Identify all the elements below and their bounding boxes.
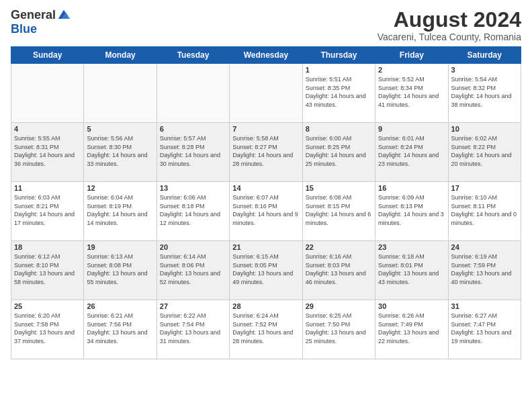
calendar-cell — [11, 64, 84, 123]
calendar-cell: 29Sunrise: 6:25 AM Sunset: 7:50 PM Dayli… — [302, 300, 375, 359]
cell-info: Sunrise: 6:16 AM Sunset: 8:03 PM Dayligh… — [306, 253, 372, 286]
calendar-cell: 1Sunrise: 5:51 AM Sunset: 8:35 PM Daylig… — [302, 64, 375, 123]
calendar-cell: 26Sunrise: 6:21 AM Sunset: 7:56 PM Dayli… — [84, 300, 157, 359]
calendar-cell: 10Sunrise: 6:02 AM Sunset: 8:22 PM Dayli… — [448, 123, 521, 182]
calendar-table: SundayMondayTuesdayWednesdayThursdayFrid… — [11, 46, 521, 359]
calendar-cell: 27Sunrise: 6:22 AM Sunset: 7:54 PM Dayli… — [157, 300, 229, 359]
calendar-cell: 30Sunrise: 6:26 AM Sunset: 7:49 PM Dayli… — [375, 300, 448, 359]
calendar-cell: 16Sunrise: 6:09 AM Sunset: 8:13 PM Dayli… — [375, 182, 448, 241]
month-title: August 2024 — [378, 8, 521, 32]
cell-date: 29 — [306, 302, 372, 310]
cell-info: Sunrise: 6:27 AM Sunset: 7:47 PM Dayligh… — [451, 312, 518, 345]
cell-date: 27 — [160, 302, 226, 310]
cell-date: 26 — [87, 302, 153, 310]
day-header-sunday: Sunday — [11, 47, 84, 64]
week-row-2: 4Sunrise: 5:55 AM Sunset: 8:31 PM Daylig… — [11, 123, 521, 182]
calendar-cell: 25Sunrise: 6:20 AM Sunset: 7:58 PM Dayli… — [11, 300, 84, 359]
cell-info: Sunrise: 6:06 AM Sunset: 8:18 PM Dayligh… — [160, 193, 226, 227]
cell-date: 12 — [87, 184, 153, 192]
calendar-cell: 13Sunrise: 6:06 AM Sunset: 8:18 PM Dayli… — [157, 182, 229, 241]
cell-info: Sunrise: 6:20 AM Sunset: 7:58 PM Dayligh… — [14, 312, 81, 345]
cell-date: 19 — [87, 243, 153, 251]
calendar-cell: 28Sunrise: 6:24 AM Sunset: 7:52 PM Dayli… — [230, 300, 302, 359]
logo-icon — [57, 9, 71, 22]
cell-info: Sunrise: 6:12 AM Sunset: 8:10 PM Dayligh… — [14, 253, 81, 286]
cell-date: 28 — [232, 302, 299, 310]
calendar-cell: 19Sunrise: 6:13 AM Sunset: 8:08 PM Dayli… — [84, 241, 157, 300]
cell-info: Sunrise: 6:18 AM Sunset: 8:01 PM Dayligh… — [378, 253, 445, 286]
calendar-cell: 7Sunrise: 5:58 AM Sunset: 8:27 PM Daylig… — [230, 123, 302, 182]
cell-date: 30 — [378, 302, 445, 310]
cell-date: 24 — [451, 243, 518, 251]
day-header-saturday: Saturday — [448, 47, 521, 64]
cell-info: Sunrise: 6:00 AM Sunset: 8:25 PM Dayligh… — [306, 134, 372, 168]
calendar-cell: 20Sunrise: 6:14 AM Sunset: 8:06 PM Dayli… — [157, 241, 229, 300]
calendar-cell: 5Sunrise: 5:56 AM Sunset: 8:30 PM Daylig… — [84, 123, 157, 182]
calendar-cell — [230, 64, 302, 123]
cell-date: 1 — [306, 66, 372, 74]
week-row-4: 18Sunrise: 6:12 AM Sunset: 8:10 PM Dayli… — [11, 241, 521, 300]
calendar-cell: 8Sunrise: 6:00 AM Sunset: 8:25 PM Daylig… — [302, 123, 375, 182]
cell-date: 5 — [87, 125, 153, 133]
cell-date: 23 — [378, 243, 445, 251]
calendar-cell: 22Sunrise: 6:16 AM Sunset: 8:03 PM Dayli… — [302, 241, 375, 300]
cell-info: Sunrise: 5:51 AM Sunset: 8:35 PM Dayligh… — [306, 75, 372, 109]
cell-date: 22 — [306, 243, 372, 251]
title-section: August 2024 Vacareni, Tulcea County, Rom… — [378, 8, 521, 42]
cell-date: 10 — [451, 125, 518, 133]
location: Vacareni, Tulcea County, Romania — [378, 32, 521, 42]
cell-info: Sunrise: 6:26 AM Sunset: 7:49 PM Dayligh… — [378, 312, 445, 345]
cell-date: 21 — [232, 243, 299, 251]
cell-date: 18 — [14, 243, 81, 251]
cell-date: 3 — [451, 66, 518, 74]
calendar-cell: 11Sunrise: 6:03 AM Sunset: 8:21 PM Dayli… — [11, 182, 84, 241]
calendar-cell: 23Sunrise: 6:18 AM Sunset: 8:01 PM Dayli… — [375, 241, 448, 300]
cell-date: 8 — [306, 125, 372, 133]
cell-date: 20 — [160, 243, 226, 251]
cell-info: Sunrise: 5:58 AM Sunset: 8:27 PM Dayligh… — [232, 134, 299, 168]
cell-info: Sunrise: 6:22 AM Sunset: 7:54 PM Dayligh… — [160, 312, 226, 345]
cell-date: 14 — [232, 184, 299, 192]
cell-info: Sunrise: 6:21 AM Sunset: 7:56 PM Dayligh… — [87, 312, 153, 345]
cell-info: Sunrise: 5:54 AM Sunset: 8:32 PM Dayligh… — [451, 75, 518, 109]
cell-info: Sunrise: 6:10 AM Sunset: 8:11 PM Dayligh… — [451, 193, 518, 227]
cell-info: Sunrise: 5:52 AM Sunset: 8:34 PM Dayligh… — [378, 75, 445, 109]
cell-date: 31 — [451, 302, 518, 310]
cell-info: Sunrise: 5:56 AM Sunset: 8:30 PM Dayligh… — [87, 134, 153, 168]
cell-info: Sunrise: 6:24 AM Sunset: 7:52 PM Dayligh… — [232, 312, 299, 345]
logo: General Blue — [11, 8, 71, 36]
cell-info: Sunrise: 6:25 AM Sunset: 7:50 PM Dayligh… — [306, 312, 372, 345]
cell-info: Sunrise: 6:14 AM Sunset: 8:06 PM Dayligh… — [160, 253, 226, 286]
day-header-wednesday: Wednesday — [230, 47, 302, 64]
day-header-thursday: Thursday — [302, 47, 375, 64]
cell-date: 4 — [14, 125, 81, 133]
cell-date: 11 — [14, 184, 81, 192]
cell-date: 9 — [378, 125, 445, 133]
calendar-cell: 17Sunrise: 6:10 AM Sunset: 8:11 PM Dayli… — [448, 182, 521, 241]
cell-date: 13 — [160, 184, 226, 192]
cell-info: Sunrise: 5:57 AM Sunset: 8:28 PM Dayligh… — [160, 134, 226, 168]
logo-blue: Blue — [11, 22, 37, 36]
cell-date: 25 — [14, 302, 81, 310]
cell-info: Sunrise: 6:15 AM Sunset: 8:05 PM Dayligh… — [232, 253, 299, 286]
header: General Blue August 2024 Vacareni, Tulce… — [11, 8, 521, 42]
calendar-cell: 14Sunrise: 6:07 AM Sunset: 8:16 PM Dayli… — [230, 182, 302, 241]
week-row-3: 11Sunrise: 6:03 AM Sunset: 8:21 PM Dayli… — [11, 182, 521, 241]
cell-date: 6 — [160, 125, 226, 133]
day-header-friday: Friday — [375, 47, 448, 64]
page: General Blue August 2024 Vacareni, Tulce… — [0, 0, 532, 411]
calendar-cell: 3Sunrise: 5:54 AM Sunset: 8:32 PM Daylig… — [448, 64, 521, 123]
calendar-cell: 12Sunrise: 6:04 AM Sunset: 8:19 PM Dayli… — [84, 182, 157, 241]
calendar-cell: 6Sunrise: 5:57 AM Sunset: 8:28 PM Daylig… — [157, 123, 229, 182]
calendar-cell — [157, 64, 229, 123]
cell-info: Sunrise: 6:02 AM Sunset: 8:22 PM Dayligh… — [451, 134, 518, 168]
cell-info: Sunrise: 6:01 AM Sunset: 8:24 PM Dayligh… — [378, 134, 445, 168]
calendar-cell: 15Sunrise: 6:08 AM Sunset: 8:15 PM Dayli… — [302, 182, 375, 241]
cell-info: Sunrise: 6:07 AM Sunset: 8:16 PM Dayligh… — [232, 193, 299, 227]
cell-date: 17 — [451, 184, 518, 192]
week-row-5: 25Sunrise: 6:20 AM Sunset: 7:58 PM Dayli… — [11, 300, 521, 359]
day-header-row: SundayMondayTuesdayWednesdayThursdayFrid… — [11, 47, 521, 64]
week-row-1: 1Sunrise: 5:51 AM Sunset: 8:35 PM Daylig… — [11, 64, 521, 123]
cell-info: Sunrise: 6:13 AM Sunset: 8:08 PM Dayligh… — [87, 253, 153, 286]
cell-date: 16 — [378, 184, 445, 192]
